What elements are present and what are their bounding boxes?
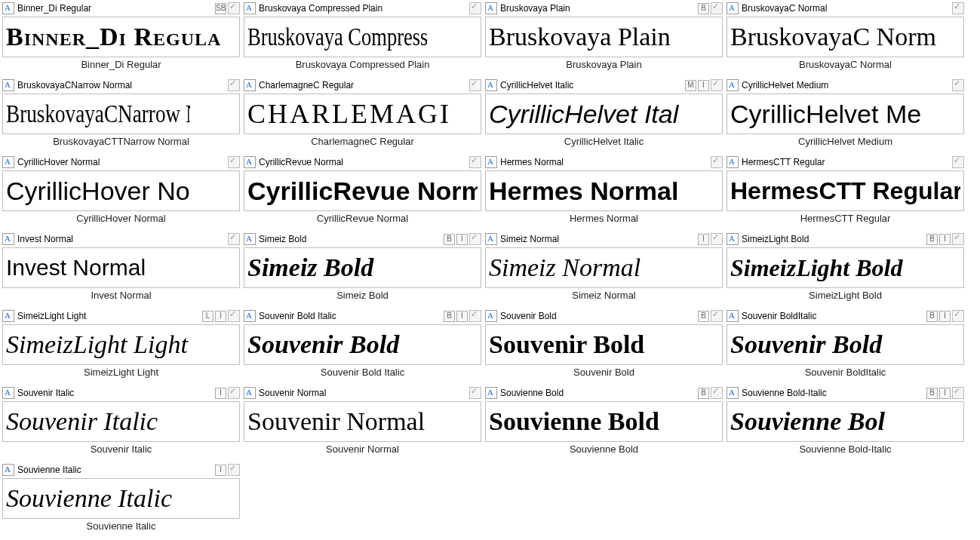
font-preview-text: Souvenir Italic — [6, 405, 236, 438]
font-item[interactable]: Souvenir BoldBSouvenir BoldSouvenir Bold — [485, 310, 723, 385]
font-enabled-checkbox[interactable] — [711, 310, 723, 322]
font-enabled-checkbox[interactable] — [952, 233, 964, 245]
font-item-header: Hermes Normal — [485, 156, 723, 168]
font-preview[interactable]: HermesCTT Regular — [727, 170, 964, 211]
font-preview[interactable]: CyrillicRevue Norm — [244, 170, 481, 211]
font-enabled-checkbox[interactable] — [228, 79, 240, 91]
font-preview[interactable]: Souvenir Bold — [244, 324, 481, 365]
font-type-icon — [485, 233, 497, 245]
font-preview[interactable]: Bruskovaya Compressed Pla — [244, 17, 481, 57]
font-enabled-checkbox[interactable] — [711, 79, 723, 91]
font-item[interactable]: Simeiz BoldBISimeiz BoldSimeiz Bold — [244, 233, 481, 308]
font-item[interactable]: SimeizLight BoldBISimeizLight BoldSimeiz… — [727, 233, 964, 308]
font-style-badges: BI — [926, 234, 951, 245]
font-enabled-checkbox[interactable] — [228, 156, 240, 168]
style-badge: I — [215, 311, 226, 322]
font-item[interactable]: HermesCTT RegularHermesCTT RegularHermes… — [727, 156, 964, 232]
font-caption: Souvienne Italic — [2, 520, 240, 534]
font-preview[interactable]: Binner_Di Regula — [2, 17, 240, 57]
font-preview[interactable]: CyrillicHelvet Me — [727, 94, 964, 134]
font-item[interactable]: Souvenir NormalSouvenir NormalSouvenir N… — [244, 387, 481, 462]
font-preview-text: Souvenir Normal — [247, 405, 478, 438]
font-enabled-checkbox[interactable] — [952, 387, 964, 399]
font-enabled-checkbox[interactable] — [711, 156, 723, 168]
font-enabled-checkbox[interactable] — [469, 310, 481, 322]
font-preview[interactable]: Bruskovaya Plain — [485, 17, 723, 57]
style-badge: L — [202, 311, 214, 322]
font-name-label: Binner_Di Regular — [16, 2, 214, 14]
font-item[interactable]: Hermes NormalHermes NormalHermes Normal — [485, 156, 723, 232]
font-preview[interactable]: SimeizLight Light — [2, 324, 240, 365]
font-item[interactable]: SimeizLight LightLISimeizLight LightSime… — [2, 310, 240, 385]
font-item[interactable]: Souvienne Bold-ItalicBISouvienne BolSouv… — [727, 387, 964, 462]
font-preview[interactable]: CyrillicHelvet Ital — [485, 94, 723, 134]
font-item[interactable]: BruskovayaCNarrow NormalBruskovayaCNarro… — [2, 79, 240, 155]
font-name-label: CharlemagneC Regular — [257, 79, 466, 91]
font-item-header: Souvenir Normal — [244, 387, 481, 399]
font-preview-text: SimeizLight Light — [6, 328, 236, 361]
font-item[interactable]: Bruskovaya Compressed PlainBruskovaya Co… — [244, 2, 481, 78]
font-preview[interactable]: Souvienne Italic — [2, 478, 240, 519]
font-preview[interactable]: Invest Normal — [2, 247, 240, 288]
font-name-label: Simeiz Normal — [499, 233, 696, 245]
font-preview[interactable]: Simeiz Normal — [485, 247, 723, 288]
font-item[interactable]: CyrillicHelvet MediumCyrillicHelvet MeCy… — [727, 79, 964, 155]
font-enabled-checkbox[interactable] — [469, 79, 481, 91]
font-preview-text: Simeiz Normal — [489, 251, 719, 284]
font-preview[interactable]: BruskovayaC Norm — [727, 17, 964, 57]
font-name-label: Souvienne Italic — [16, 464, 214, 476]
font-item[interactable]: CharlemagneC RegularCHARLEMAGICharlemagn… — [244, 79, 481, 155]
font-preview-text: CyrillicHelvet Me — [730, 97, 960, 130]
font-preview[interactable]: Souvienne Bol — [727, 401, 964, 442]
font-enabled-checkbox[interactable] — [469, 233, 481, 245]
font-preview[interactable]: SimeizLight Bold — [727, 247, 964, 288]
font-type-icon — [244, 310, 256, 322]
font-item[interactable]: BruskovayaC NormalBruskovayaC NormBrusko… — [727, 2, 964, 78]
font-item[interactable]: Binner_Di RegularSBBinner_Di RegulaBinne… — [2, 2, 240, 78]
font-item[interactable]: Souvenir Bold ItalicBISouvenir BoldSouve… — [244, 310, 481, 385]
font-preview[interactable]: Souvenir Normal — [244, 401, 481, 442]
font-item[interactable]: Simeiz NormalISimeiz NormalSimeiz Normal — [485, 233, 723, 308]
font-preview-text: SimeizLight Bold — [730, 251, 960, 284]
font-item-header: Souvienne ItalicI — [2, 464, 240, 476]
font-enabled-checkbox[interactable] — [469, 156, 481, 168]
font-item[interactable]: Souvenir BoldItalicBISouvenir BoldSouven… — [727, 310, 964, 385]
font-item[interactable]: Souvienne ItalicISouvienne ItalicSouvien… — [2, 464, 240, 539]
font-style-badges: I — [215, 465, 226, 476]
font-preview[interactable]: Simeiz Bold — [244, 247, 481, 288]
font-enabled-checkbox[interactable] — [228, 2, 240, 14]
font-preview[interactable]: Souvienne Bold — [485, 401, 723, 442]
font-type-icon — [485, 79, 497, 91]
font-item[interactable]: CyrillicRevue NormalCyrillicRevue NormCy… — [244, 156, 481, 232]
font-preview[interactable]: Souvenir Italic — [2, 401, 240, 442]
font-item[interactable]: Souvienne BoldBSouvienne BoldSouvienne B… — [485, 387, 723, 462]
font-item[interactable]: CyrillicHelvet ItalicMICyrillicHelvet It… — [485, 79, 723, 155]
font-preview[interactable]: Souvenir Bold — [727, 324, 964, 365]
font-enabled-checkbox[interactable] — [711, 2, 723, 14]
font-enabled-checkbox[interactable] — [952, 310, 964, 322]
font-item[interactable]: CyrillicHover NormalCyrillicHover NoCyri… — [2, 156, 240, 232]
style-badge: B — [926, 388, 938, 399]
font-enabled-checkbox[interactable] — [952, 156, 964, 168]
font-preview[interactable]: Souvenir Bold — [485, 324, 723, 365]
font-item[interactable]: Souvenir ItalicISouvenir ItalicSouvenir … — [2, 387, 240, 462]
font-enabled-checkbox[interactable] — [228, 464, 240, 476]
font-enabled-checkbox[interactable] — [469, 2, 481, 14]
font-enabled-checkbox[interactable] — [228, 233, 240, 245]
font-enabled-checkbox[interactable] — [711, 387, 723, 399]
font-enabled-checkbox[interactable] — [469, 387, 481, 399]
font-item[interactable]: Bruskovaya PlainBBruskovaya PlainBruskov… — [485, 2, 723, 78]
style-badge: I — [698, 234, 709, 245]
font-type-icon — [2, 310, 14, 322]
font-preview[interactable]: Hermes Normal — [485, 170, 723, 211]
font-item[interactable]: Invest NormalInvest NormalInvest Normal — [2, 233, 240, 308]
font-preview[interactable]: CyrillicHover No — [2, 170, 240, 211]
font-enabled-checkbox[interactable] — [952, 79, 964, 91]
font-enabled-checkbox[interactable] — [228, 310, 240, 322]
font-preview[interactable]: CHARLEMAGI — [244, 94, 481, 134]
font-enabled-checkbox[interactable] — [711, 233, 723, 245]
font-enabled-checkbox[interactable] — [228, 387, 240, 399]
font-preview[interactable]: BruskovayaCNarrow Norma — [2, 94, 240, 134]
font-enabled-checkbox[interactable] — [952, 2, 964, 14]
font-style-badges: B — [698, 311, 709, 322]
